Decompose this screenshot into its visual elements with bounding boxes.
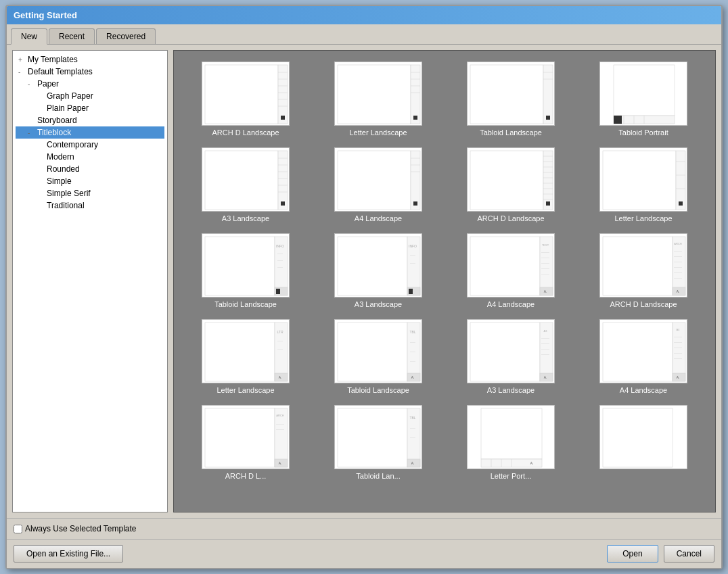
svg-rect-75 [470,237,540,295]
template-thumbnail [467,147,555,212]
sidebar-item-traditional[interactable]: Traditional [16,199,164,212]
svg-text:————: ———— [541,348,549,350]
svg-text:————: ———— [674,271,682,274]
list-item[interactable]: ARCH D Landscape [445,142,577,228]
template-label: Tabloid Lan... [356,472,400,480]
list-item[interactable]: Letter Landscape [312,56,445,142]
always-use-label[interactable]: Always Use Selected Template [25,524,137,533]
dialog-title: Getting Started [14,10,77,20]
svg-rect-20 [546,116,550,120]
sidebar-item-label: Traditional [47,201,85,210]
svg-rect-120 [603,322,673,381]
svg-rect-26 [614,116,622,124]
sidebar-item-label: Modern [47,152,74,162]
svg-rect-74 [409,289,413,294]
list-item[interactable] [577,400,710,485]
sidebar-item-default-templates[interactable]: - Default Templates [16,66,164,78]
sidebar-item-graph-paper[interactable]: Graph Paper [16,90,164,102]
sidebar-item-label: Rounded [47,164,80,174]
template-thumbnail [202,62,290,126]
sidebar-item-paper[interactable]: - Paper [16,78,164,90]
svg-text:ARCH: ARCH [276,414,283,417]
list-item[interactable]: Letter Landscape [577,142,710,228]
svg-rect-17 [543,65,553,124]
tab-recovered[interactable]: Recovered [96,28,156,44]
sidebar-item-plain-paper[interactable]: Plain Paper [16,102,164,114]
list-item[interactable]: A4 Landscape [312,142,445,228]
sidebar-item-rounded[interactable]: Rounded [16,163,164,175]
sidebar-item-simple[interactable]: Simple [16,175,164,187]
getting-started-dialog: Getting Started New Recent Recovered + M… [5,5,723,569]
list-item[interactable]: INFO —— —— A3 Landscape [312,228,445,314]
list-item[interactable]: TEXT ———— ———— ———— ———— ———— A. A4 Land… [445,228,577,314]
always-use-checkbox[interactable] [14,525,22,533]
svg-text:A.: A. [279,375,282,379]
title-bar: Getting Started [7,6,721,24]
svg-text:————: ———— [541,256,549,259]
svg-text:A.: A. [411,461,415,465]
list-item[interactable]: Tabloid Landscape [445,56,577,142]
list-item[interactable]: A3 Landscape [179,142,312,228]
svg-rect-35 [281,201,285,206]
tab-recent[interactable]: Recent [49,28,95,44]
template-thumbnail [599,405,687,469]
list-item[interactable]: ARCH ———— ———— ———— ———— ———— ———— A. AR… [577,228,710,314]
list-item[interactable]: A4 ———— ———— ———— ———— ———— A. A4 Landsc… [577,314,710,400]
svg-rect-41 [413,201,417,206]
svg-text:——: —— [277,258,283,262]
svg-rect-1 [278,65,288,124]
list-item[interactable]: Tabloid Portrait [577,56,710,142]
svg-text:——: —— [410,340,415,343]
template-thumbnail [467,62,555,126]
template-label: Letter Landscape [349,128,407,137]
list-item[interactable]: ARCH D Landscape [179,56,312,142]
list-item[interactable]: ARCH ———— ———— A. ARCH D L... [179,400,312,485]
content-area: + My Templates - Default Templates - Pap… [7,45,721,518]
open-existing-button[interactable]: Open an Existing File... [14,545,123,563]
sidebar-item-storyboard[interactable]: Storyboard [16,114,164,126]
template-label: A4 Landscape [620,386,667,394]
open-button[interactable]: Open [607,545,658,563]
svg-text:————: ———— [674,255,682,258]
svg-text:————: ———— [674,352,682,354]
list-item[interactable]: A3 ———— ———— ———— ———— A. A3 Landscape [445,314,577,400]
sidebar-item-simple-serif[interactable]: Simple Serif [16,187,164,199]
always-use-checkbox-wrap[interactable]: Always Use Selected Template [14,524,137,533]
svg-text:——: —— [410,261,415,264]
svg-text:————: ———— [541,262,549,264]
sidebar-item-contemporary[interactable]: Contemporary [16,139,164,151]
list-item[interactable]: LTR —— —— A. Letter Landscape [179,314,312,400]
list-item[interactable]: INFO —— —— —— Tabloid Landscape [179,228,312,314]
svg-text:————: ———— [541,267,549,270]
svg-text:————: ———— [541,251,549,254]
cancel-button[interactable]: Cancel [664,545,714,563]
svg-rect-42 [470,151,543,210]
svg-text:A.: A. [677,289,680,293]
template-thumbnail: LTR —— —— A. [202,319,290,383]
tab-new[interactable]: New [11,28,47,45]
template-label: A4 Landscape [487,300,534,308]
template-thumbnail: TBL —— —— A. [334,405,422,469]
svg-text:A.: A. [411,375,415,379]
svg-rect-43 [543,151,553,210]
svg-rect-21 [614,65,675,116]
list-item[interactable]: A. Letter Port... [445,400,577,485]
bottom-bar: Open an Existing File... Open Cancel [7,539,721,568]
list-item[interactable]: TBL —— —— —— A. Tabloid Landscape [312,314,445,400]
sidebar-item-titleblock[interactable]: - Titleblock [16,126,164,139]
svg-text:————: ———— [674,277,682,279]
dialog-body: New Recent Recovered + My Templates - De… [7,24,721,568]
templates-grid: ARCH D Landscape Le [173,50,716,512]
svg-rect-8 [281,116,285,120]
template-thumbnail: INFO —— —— [334,233,422,297]
template-thumbnail: INFO —— —— —— [202,233,290,297]
template-thumbnail: TEXT ———— ———— ———— ———— ———— A. [467,233,555,297]
list-item[interactable]: TBL —— —— A. Tabloid Lan... [312,400,445,485]
svg-rect-60 [205,237,275,295]
sidebar-item-modern[interactable]: Modern [16,151,164,163]
sidebar-item-my-templates[interactable]: + My Templates [16,53,164,66]
svg-text:————: ———— [674,335,682,338]
svg-text:TBL: TBL [409,416,415,420]
svg-rect-27 [205,151,278,210]
template-thumbnail: ARCH ———— ———— A. [202,405,290,469]
